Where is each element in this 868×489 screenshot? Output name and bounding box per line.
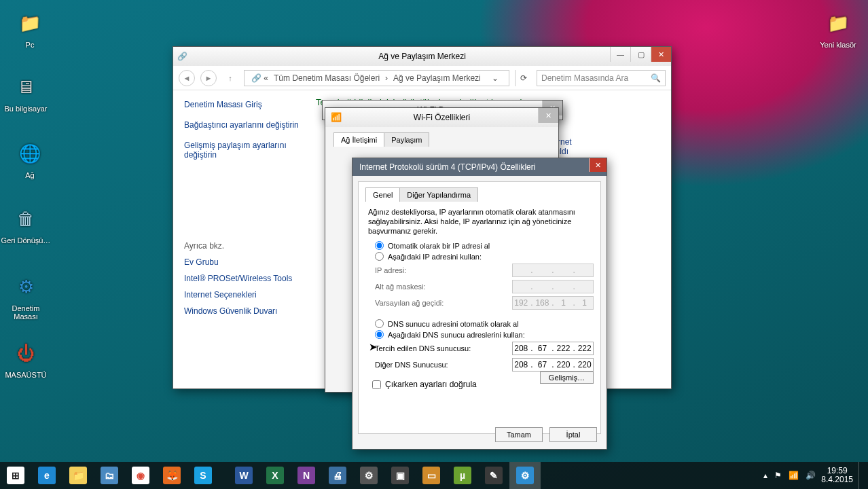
- link-advanced-sharing[interactable]: Gelişmiş paylaşım ayarlarını değiştirin: [184, 141, 302, 160]
- link-adapter-settings[interactable]: Bağdaştırıcı ayarlarını değiştirin: [184, 120, 302, 130]
- side-panel: Denetim Masası Giriş Bağdaştırıcı ayarla…: [173, 90, 313, 388]
- start-button[interactable]: ⊞: [0, 462, 31, 489]
- system-tray[interactable]: ▴ ⚑ 📶 🔊: [763, 471, 816, 480]
- taskbar-utorrent[interactable]: µ: [447, 462, 478, 489]
- ok-button[interactable]: Tamam: [495, 427, 543, 442]
- radio-manual-ip[interactable]: [375, 252, 384, 261]
- forward-button[interactable]: ►: [200, 70, 217, 86]
- radio-auto-ip[interactable]: [375, 241, 384, 250]
- taskbar-vm[interactable]: ▭: [416, 462, 447, 489]
- taskbar-chrome[interactable]: ◉: [125, 462, 156, 489]
- subnet-mask-field: ...: [512, 280, 594, 293]
- gateway-field: 192.168.1.1: [512, 296, 594, 310]
- link-control-home[interactable]: Denetim Masası Giriş: [184, 100, 302, 109]
- window-title: Wi-Fi Özellikleri: [414, 113, 470, 122]
- up-button[interactable]: ↑: [222, 70, 238, 86]
- maximize-button[interactable]: ▢: [630, 47, 651, 62]
- link-windows-firewall[interactable]: Windows Güvenlik Duvarı: [184, 306, 302, 316]
- link-internet-options[interactable]: Internet Seçenekleri: [184, 290, 302, 300]
- taskbar[interactable]: ⊞ e 📁 🗂 ◉ 🦊 S W X N 🖨 ⚙ ▣ ▭ µ ✎ ⚙ ▴ ⚑ 📶 …: [0, 462, 868, 489]
- close-button[interactable]: ✕: [538, 108, 558, 123]
- search-icon: 🔍: [651, 73, 661, 83]
- minimize-button[interactable]: —: [610, 47, 630, 62]
- taskbar-ie[interactable]: e: [31, 462, 62, 489]
- close-button[interactable]: ✕: [651, 47, 671, 62]
- breadcrumb[interactable]: 🔗 « Tüm Denetim Masası Öğeleri › Ağ ve P…: [244, 70, 509, 86]
- volume-icon[interactable]: 🔊: [806, 471, 816, 480]
- network-icon[interactable]: 📶: [789, 471, 799, 480]
- show-desktop-button[interactable]: [858, 462, 864, 489]
- chevron-down-icon[interactable]: ⌄: [488, 73, 502, 83]
- desktop-icon-denetim-masas-[interactable]: ⚙Denetim Masası: [0, 272, 52, 321]
- cancel-button[interactable]: İptal: [549, 427, 597, 442]
- taskbar-onenote[interactable]: N: [291, 462, 322, 489]
- tab-alternate-config[interactable]: Diğer Yapılandırma: [399, 187, 478, 202]
- taskbar-skype[interactable]: S: [187, 462, 219, 489]
- radio-auto-dns[interactable]: [375, 319, 384, 328]
- refresh-button[interactable]: ⟳: [515, 70, 531, 86]
- desktop-icon-pc[interactable]: 📁Pc: [4, 8, 56, 49]
- titlebar[interactable]: Internet Protokolü sürüm 4 (TCP/IPv4) Öz…: [352, 158, 607, 176]
- taskbar-control-panel[interactable]: ⚙: [509, 462, 541, 489]
- link-homegroup[interactable]: Ev Grubu: [184, 257, 302, 267]
- close-button[interactable]: ✕: [589, 158, 607, 172]
- titlebar[interactable]: 🔗 Ağ ve Paylaşım Merkezi — ▢ ✕: [173, 47, 671, 66]
- taskbar-firefox[interactable]: 🦊: [156, 462, 187, 489]
- tray-up-icon[interactable]: ▴: [763, 471, 767, 480]
- window-title: Ağ ve Paylaşım Merkezi: [378, 52, 466, 61]
- desktop-icon-a-[interactable]: 🌐Ağ: [4, 139, 56, 179]
- see-also-label: Ayrıca bkz.: [184, 241, 302, 251]
- taskbar-app1[interactable]: 🖨: [322, 462, 353, 489]
- alternate-dns-field[interactable]: 208.67.220.220: [512, 358, 594, 372]
- toolbar: ◄ ► ↑ 🔗 « Tüm Denetim Masası Öğeleri › A…: [173, 66, 671, 90]
- taskbar-app2[interactable]: ⚙: [353, 462, 384, 489]
- taskbar-libraries[interactable]: 🗂: [94, 462, 125, 489]
- link-intel-proset[interactable]: Intel® PROSet/Wireless Tools: [184, 274, 302, 283]
- description-text: Ağınız destekliyorsa, IP ayarlarının oto…: [368, 207, 591, 236]
- window-ipv4-properties[interactable]: Internet Protokolü sürüm 4 (TCP/IPv4) Öz…: [352, 158, 607, 450]
- taskbar-app4[interactable]: ✎: [478, 462, 509, 489]
- taskbar-excel[interactable]: X: [259, 462, 291, 489]
- tab-sharing[interactable]: Paylaşım: [384, 132, 429, 147]
- search-input[interactable]: Denetim Masasında Ara 🔍: [537, 70, 666, 86]
- taskbar-app3[interactable]: ▣: [384, 462, 416, 489]
- clock[interactable]: 19:59 8.4.2015: [821, 467, 853, 484]
- window-title: Internet Protokolü sürüm 4 (TCP/IPv4) Öz…: [359, 162, 535, 172]
- action-center-icon[interactable]: ⚑: [774, 471, 782, 480]
- desktop-icon-geri-d-n-[interactable]: 🗑Geri Dönüşü…: [0, 204, 52, 244]
- preferred-dns-field[interactable]: 208.67.222.222: [512, 342, 594, 355]
- desktop-icon-yeni-klas-r[interactable]: 📁Yeni klasör: [812, 8, 864, 49]
- desktop-icon-masa-st-[interactable]: ⏻MASAÜSTÜ: [0, 338, 52, 379]
- checkbox-validate[interactable]: [372, 380, 381, 389]
- taskbar-word[interactable]: W: [228, 462, 259, 489]
- taskbar-explorer[interactable]: 📁: [62, 462, 94, 489]
- ip-address-field: ...: [512, 264, 594, 277]
- tab-general[interactable]: Genel: [365, 187, 400, 202]
- tab-networking[interactable]: Ağ İletişimi: [333, 132, 384, 147]
- radio-manual-dns[interactable]: [375, 330, 384, 339]
- back-button[interactable]: ◄: [179, 70, 195, 86]
- desktop-icon-bu-bilgisayar[interactable]: 🖥Bu bilgisayar: [0, 72, 52, 113]
- advanced-button[interactable]: Gelişmiş…: [540, 372, 594, 384]
